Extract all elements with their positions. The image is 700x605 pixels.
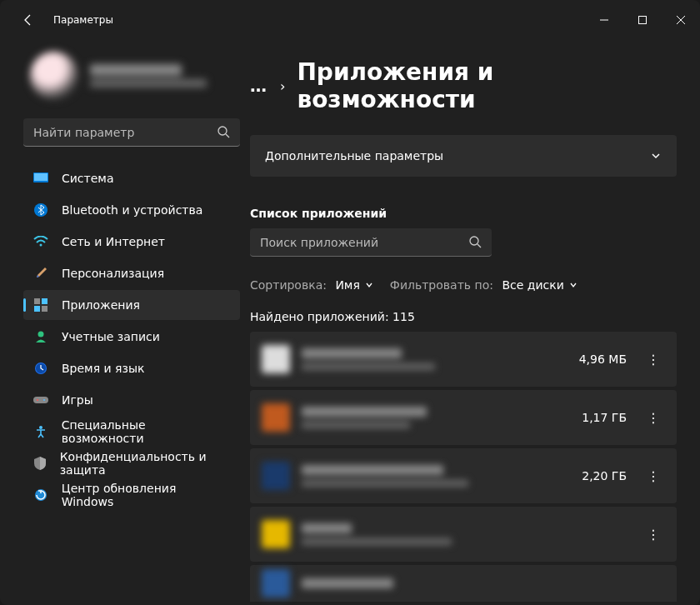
- sidebar-item-label: Центр обновления Windows: [62, 482, 230, 508]
- svg-point-18: [39, 426, 42, 429]
- search-icon: [468, 235, 482, 248]
- filter-dropdown[interactable]: Все диски: [502, 278, 577, 292]
- app-icon: [262, 462, 290, 490]
- brush-icon: [33, 266, 48, 281]
- app-list-header: Список приложений: [250, 207, 677, 220]
- app-row[interactable]: ⋮: [250, 507, 677, 562]
- sidebar-item-personalization[interactable]: Персонализация: [23, 258, 240, 288]
- user-icon: [33, 329, 48, 344]
- accessibility-icon: [33, 424, 48, 439]
- maximize-button[interactable]: [623, 7, 662, 33]
- svg-rect-5: [34, 173, 48, 181]
- breadcrumb-more-button[interactable]: …: [250, 76, 268, 96]
- sidebar-item-label: Персонализация: [62, 267, 164, 280]
- app-icon: [262, 403, 290, 432]
- apps-icon: [33, 298, 48, 312]
- sidebar-item-label: Игры: [62, 393, 93, 407]
- sidebar-item-network[interactable]: Сеть и Интернет: [23, 227, 240, 257]
- system-icon: [33, 171, 48, 186]
- page-title: Приложения и возможности: [297, 58, 677, 113]
- close-button[interactable]: [662, 7, 700, 33]
- sidebar-item-label: Приложения: [62, 298, 140, 312]
- svg-point-20: [470, 237, 478, 245]
- window-title: Параметры: [53, 14, 113, 26]
- app-more-button[interactable]: ⋮: [638, 402, 668, 432]
- sort-dropdown[interactable]: Имя: [335, 278, 372, 292]
- sidebar-item-update[interactable]: Центр обновления Windows: [23, 480, 240, 510]
- svg-line-3: [226, 134, 229, 138]
- svg-rect-8: [34, 298, 40, 304]
- sidebar-item-label: Учетные записи: [62, 330, 160, 343]
- svg-point-16: [37, 399, 38, 401]
- filter-label: Фильтровать по:: [390, 278, 493, 292]
- gaming-icon: [33, 392, 48, 408]
- app-size: 4,96 МБ: [579, 352, 627, 366]
- svg-point-17: [43, 399, 45, 401]
- svg-point-2: [218, 127, 227, 135]
- shield-icon: [33, 456, 47, 471]
- apps-list: 4,96 МБ ⋮ 1,17 ГБ ⋮ 2,20 ГБ ⋮: [250, 332, 677, 602]
- sidebar-item-privacy[interactable]: Конфиденциальность и защита: [23, 448, 240, 478]
- sidebar: Система Bluetooth и устройства Сеть и Ин…: [0, 40, 250, 605]
- app-row[interactable]: 1,17 ГБ ⋮: [250, 390, 677, 445]
- sidebar-item-accounts[interactable]: Учетные записи: [23, 322, 240, 352]
- sidebar-item-label: Сеть и Интернет: [62, 235, 165, 248]
- app-icon: [262, 520, 290, 548]
- app-icon: [262, 345, 290, 373]
- back-button[interactable]: [13, 5, 43, 35]
- svg-point-7: [40, 244, 42, 247]
- avatar: [30, 52, 78, 100]
- sidebar-item-bluetooth[interactable]: Bluetooth и устройства: [23, 195, 240, 225]
- search-input[interactable]: [23, 118, 240, 147]
- titlebar: Параметры: [0, 0, 700, 40]
- clock-icon: [33, 361, 48, 376]
- app-row[interactable]: [250, 565, 677, 602]
- svg-point-12: [38, 332, 44, 338]
- sidebar-item-label: Время и язык: [62, 362, 144, 375]
- minimize-button[interactable]: [585, 7, 623, 33]
- sidebar-item-label: Конфиденциальность и защита: [60, 450, 230, 477]
- sidebar-item-time[interactable]: Время и язык: [23, 353, 240, 383]
- svg-rect-9: [42, 298, 48, 304]
- wifi-icon: [33, 234, 48, 249]
- expander-label: Дополнительные параметры: [265, 149, 443, 162]
- sidebar-item-apps[interactable]: Приложения: [23, 290, 240, 320]
- filters-row: Сортировка: Имя Фильтровать по: Все диск…: [250, 278, 677, 292]
- breadcrumb: … › Приложения и возможности: [250, 58, 677, 113]
- search-icon: [217, 125, 230, 138]
- user-profile[interactable]: [23, 40, 240, 115]
- sidebar-item-label: Система: [62, 172, 113, 185]
- svg-rect-15: [33, 397, 48, 403]
- chevron-down-icon: [650, 150, 662, 162]
- update-icon: [33, 488, 48, 502]
- sidebar-item-gaming[interactable]: Игры: [23, 385, 240, 415]
- bluetooth-icon: [33, 202, 48, 218]
- svg-rect-11: [42, 306, 48, 312]
- app-size: 1,17 ГБ: [582, 411, 627, 424]
- sidebar-item-label: Bluetooth и устройства: [62, 203, 202, 217]
- main-content: … › Приложения и возможности Дополнитель…: [250, 40, 700, 605]
- sort-label: Сортировка:: [250, 278, 327, 292]
- svg-rect-1: [639, 17, 647, 24]
- app-icon: [262, 569, 290, 598]
- more-settings-expander[interactable]: Дополнительные параметры: [250, 135, 677, 177]
- nav: Система Bluetooth и устройства Сеть и Ин…: [23, 163, 240, 510]
- app-more-button[interactable]: ⋮: [638, 519, 668, 549]
- app-more-button[interactable]: ⋮: [638, 461, 668, 491]
- sidebar-item-label: Специальные возможности: [62, 418, 230, 445]
- app-more-button[interactable]: ⋮: [638, 344, 668, 374]
- chevron-right-icon: ›: [280, 78, 285, 94]
- sidebar-item-system[interactable]: Система: [23, 163, 240, 193]
- svg-rect-10: [34, 306, 40, 312]
- svg-line-21: [478, 244, 481, 248]
- app-search[interactable]: [250, 228, 492, 257]
- app-search-input[interactable]: [250, 228, 492, 257]
- sidebar-item-accessibility[interactable]: Специальные возможности: [23, 417, 240, 447]
- app-row[interactable]: 4,96 МБ ⋮: [250, 332, 677, 387]
- apps-count: Найдено приложений: 115: [250, 310, 677, 323]
- app-size: 2,20 ГБ: [582, 469, 627, 482]
- settings-search[interactable]: [23, 118, 240, 147]
- app-row[interactable]: 2,20 ГБ ⋮: [250, 448, 677, 503]
